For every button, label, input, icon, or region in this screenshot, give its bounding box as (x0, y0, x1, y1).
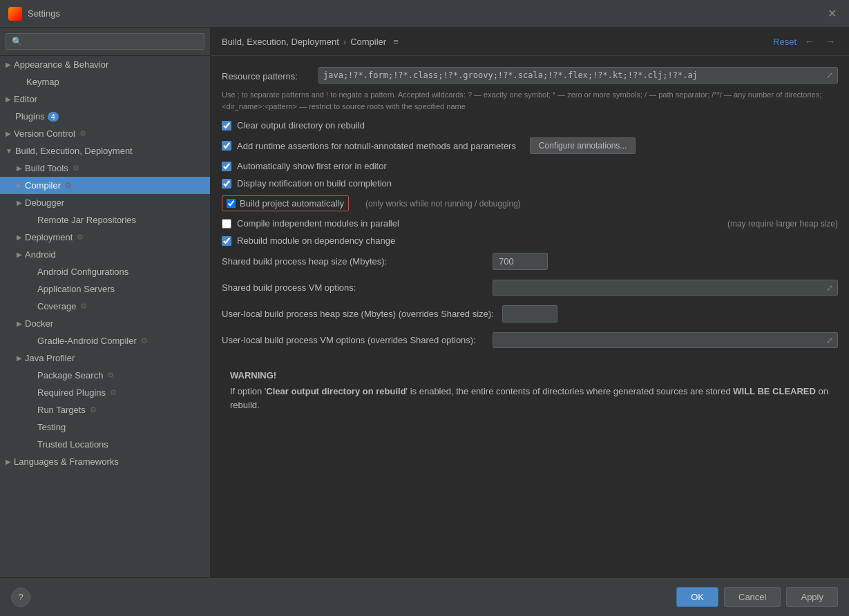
sidebar-item-compiler[interactable]: ▶Compiler⚙ (0, 177, 210, 194)
sidebar-settings-icon-version-control: ⚙ (79, 129, 86, 138)
sidebar-label-android-configurations: Android Configurations (37, 267, 128, 277)
sidebar-label-languages-frameworks: Languages & Frameworks (14, 456, 119, 467)
sidebar-label-editor: Editor (14, 94, 37, 104)
sidebar-label-docker: Docker (25, 318, 53, 329)
sidebar-label-deployment: Deployment (25, 232, 73, 242)
sidebar-item-package-search[interactable]: Package Search⚙ (0, 367, 210, 384)
window-title: Settings (28, 8, 60, 19)
resource-expand-icon[interactable]: ⤢ (826, 70, 833, 80)
shared-vm-input[interactable] (497, 282, 826, 293)
compile-independent-label[interactable]: Compile independent modules in parallel (237, 218, 399, 229)
sidebar-label-version-control: Version Control (14, 128, 75, 139)
sidebar-item-android[interactable]: ▶Android (0, 246, 210, 263)
sidebar-arrow-android: ▶ (17, 251, 22, 258)
configure-annotations-button[interactable]: Configure annotations... (530, 137, 636, 154)
sidebar-arrow-languages-frameworks: ▶ (6, 458, 11, 465)
resource-patterns-input[interactable] (323, 70, 826, 80)
checkbox-label-add-runtime-assertions[interactable]: Add runtime assertions for notnull-annot… (237, 141, 516, 151)
shared-vm-expand-icon[interactable]: ⤢ (826, 283, 833, 293)
cancel-button[interactable]: Cancel (724, 587, 781, 607)
reset-button[interactable]: Reset (773, 37, 796, 47)
sidebar-item-build-execution-deployment[interactable]: ▼Build, Execution, Deployment (0, 142, 210, 160)
sidebar-item-plugins[interactable]: Plugins4 (0, 108, 210, 125)
help-button[interactable]: ? (11, 588, 30, 607)
sidebar-arrow-appearance-behavior: ▶ (6, 61, 11, 68)
sidebar-label-build-tools: Build Tools (25, 163, 68, 173)
build-project-auto-row: Build project automatically (only works … (222, 195, 838, 211)
sidebar-item-debugger[interactable]: ▶Debugger (0, 194, 210, 211)
sidebar-item-build-tools[interactable]: ▶Build Tools⚙ (0, 160, 210, 177)
sidebar-item-keymap[interactable]: Keymap (0, 73, 210, 90)
checkbox-add-runtime-assertions[interactable] (222, 141, 231, 151)
rebuild-module-checkbox[interactable] (222, 236, 231, 246)
sidebar-arrow-deployment: ▶ (17, 233, 22, 241)
checkbox-label-display-notification[interactable]: Display notification on build completion (237, 178, 392, 189)
sidebar-item-android-configurations[interactable]: Android Configurations (0, 263, 210, 280)
sidebar-arrow-compiler: ▶ (17, 182, 22, 189)
compile-independent-hint: (may require larger heap size) (727, 219, 838, 229)
build-project-auto-label[interactable]: Build project automatically (240, 198, 344, 209)
checkbox-label-auto-show-first-error[interactable]: Automatically show first error in editor (237, 161, 387, 171)
apply-button[interactable]: Apply (786, 587, 838, 607)
breadcrumb-separator: › (343, 37, 346, 47)
sidebar-label-build-execution-deployment: Build, Execution, Deployment (15, 146, 133, 156)
sidebar-item-deployment[interactable]: ▶Deployment⚙ (0, 229, 210, 246)
breadcrumb: Build, Execution, Deployment › Compiler … (211, 28, 849, 56)
sidebar-item-java-profiler[interactable]: ▶Java Profiler (0, 349, 210, 367)
sidebar-item-version-control[interactable]: ▶Version Control⚙ (0, 125, 210, 142)
user-heap-input[interactable] (502, 305, 557, 323)
user-vm-expand-icon[interactable]: ⤢ (826, 336, 833, 345)
main-container: ▶Appearance & BehaviorKeymap▶EditorPlugi… (0, 28, 849, 577)
resource-patterns-row: Resource patterns: ⤢ (222, 67, 838, 84)
sidebar-label-keymap: Keymap (26, 77, 59, 87)
build-project-auto-highlight: Build project automatically (222, 195, 349, 211)
build-project-auto-checkbox[interactable] (227, 199, 236, 208)
sidebar-arrow-java-profiler: ▶ (17, 354, 22, 362)
checkbox-clear-output[interactable] (222, 121, 231, 131)
shared-heap-input[interactable] (493, 253, 548, 270)
user-vm-input[interactable] (497, 335, 826, 345)
user-vm-label: User-local build process VM options (ove… (222, 335, 484, 345)
sidebar-label-run-targets: Run Targets (37, 405, 86, 415)
checkbox-auto-show-first-error[interactable] (222, 162, 231, 171)
warning-text: If option 'Clear output directory on reb… (230, 386, 828, 410)
forward-button[interactable]: → (823, 35, 838, 48)
sidebar-label-java-profiler: Java Profiler (25, 353, 75, 363)
ok-button[interactable]: OK (676, 587, 718, 607)
close-button[interactable]: ✕ (823, 6, 841, 21)
sidebar-item-gradle-android-compiler[interactable]: Gradle-Android Compiler⚙ (0, 332, 210, 349)
sidebar-item-required-plugins[interactable]: Required Plugins⚙ (0, 384, 210, 401)
sidebar-label-compiler: Compiler (25, 180, 61, 191)
breadcrumb-menu-icon[interactable]: ≡ (393, 37, 399, 47)
back-button[interactable]: ← (802, 35, 817, 48)
checkbox-row-display-notification: Display notification on build completion (222, 178, 838, 189)
sidebar-label-appearance-behavior: Appearance & Behavior (14, 59, 108, 70)
checkbox-display-notification[interactable] (222, 179, 231, 189)
compile-independent-checkbox[interactable] (222, 219, 231, 229)
sidebar-item-docker[interactable]: ▶Docker (0, 315, 210, 332)
sidebar-arrow-docker: ▶ (17, 320, 22, 327)
checkbox-label-clear-output[interactable]: Clear output directory on rebuild (237, 120, 365, 131)
sidebar-arrow-build-execution-deployment: ▼ (6, 147, 12, 155)
user-vm-input-wrap: ⤢ (493, 332, 838, 348)
rebuild-module-row: Rebuild module on dependency change (222, 235, 838, 246)
sidebar-item-appearance-behavior[interactable]: ▶Appearance & Behavior (0, 56, 210, 73)
sidebar-item-languages-frameworks[interactable]: ▶Languages & Frameworks (0, 453, 210, 470)
sidebar-label-gradle-android-compiler: Gradle-Android Compiler (37, 336, 137, 346)
breadcrumb-current: Compiler (350, 37, 386, 47)
sidebar-item-editor[interactable]: ▶Editor (0, 90, 210, 108)
sidebar-item-run-targets[interactable]: Run Targets⚙ (0, 401, 210, 418)
sidebar-settings-icon-gradle-android-compiler: ⚙ (141, 336, 148, 345)
sidebar-item-coverage[interactable]: Coverage⚙ (0, 298, 210, 315)
button-row: ? OK Cancel Apply (0, 577, 849, 616)
user-heap-row: User-local build process heap size (Mbyt… (222, 305, 838, 323)
breadcrumb-parent[interactable]: Build, Execution, Deployment (222, 37, 339, 47)
sidebar-settings-icon-run-targets: ⚙ (90, 405, 97, 414)
sidebar-item-trusted-locations[interactable]: Trusted Locations (0, 436, 210, 453)
sidebar-item-testing[interactable]: Testing (0, 418, 210, 436)
sidebar-item-application-servers[interactable]: Application Servers (0, 280, 210, 298)
sidebar-item-remote-jar-repositories[interactable]: Remote Jar Repositories (0, 211, 210, 229)
search-input[interactable] (6, 33, 204, 50)
sidebar-settings-icon-compiler: ⚙ (65, 181, 72, 190)
rebuild-module-label[interactable]: Rebuild module on dependency change (237, 235, 395, 246)
